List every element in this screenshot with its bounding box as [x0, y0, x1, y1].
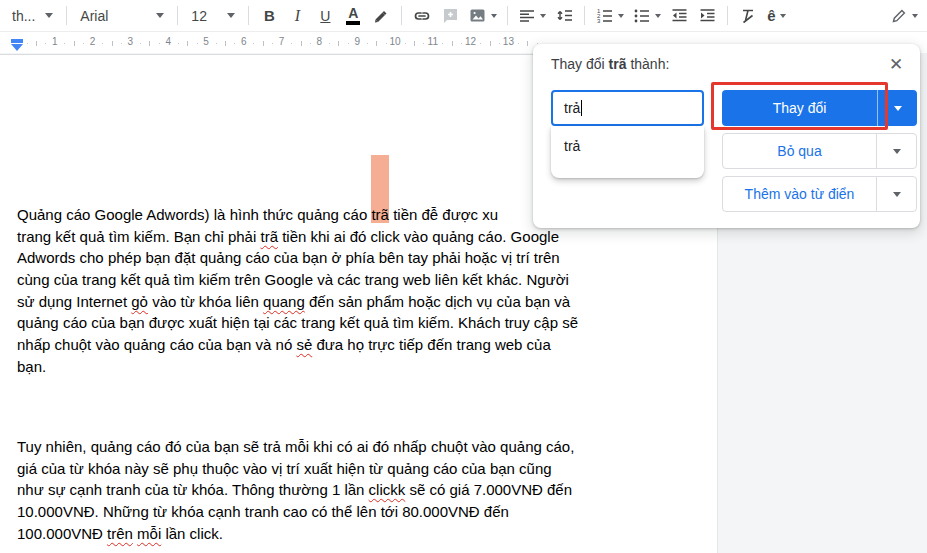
dialog-title: Thay đổi trã thành:: [551, 56, 669, 72]
highlight-color-button[interactable]: [368, 3, 394, 29]
ruler-number: 9: [354, 36, 360, 47]
replacement-input-value: trả: [564, 100, 580, 116]
text-run: vào từ khóa liên: [148, 293, 263, 310]
editing-mode-button[interactable]: [887, 3, 921, 29]
change-button-group: Thay đổi: [722, 90, 917, 126]
chevron-down-icon: [780, 14, 786, 18]
text-run: như sự cạnh tranh của từ khóa. Thông thư…: [17, 481, 369, 498]
comment-plus-icon: [441, 6, 460, 25]
increase-indent-button[interactable]: [694, 3, 720, 29]
divider: [727, 6, 728, 25]
line-spacing-button[interactable]: [551, 3, 577, 29]
document-line[interactable]: 10.000VNĐ. Những từ khóa cạnh tranh cao …: [17, 501, 574, 523]
chevron-down-icon: [156, 13, 164, 18]
document-line[interactable]: cùng của trang kết quả tìm kiếm trên Goo…: [17, 269, 578, 291]
document-line[interactable]: sử dụng Internet gỏ vào từ khóa liên qua…: [17, 291, 578, 313]
chevron-down-icon: [655, 14, 661, 18]
first-line-indent-marker[interactable]: [11, 39, 23, 43]
ruler-dot: [461, 43, 462, 44]
align-button[interactable]: [515, 3, 549, 29]
indent-marker[interactable]: [11, 39, 23, 51]
ruler-number: 12: [465, 36, 476, 47]
skip-dropdown-button[interactable]: [877, 134, 916, 168]
ruler-dot: [518, 43, 519, 44]
input-tools-button[interactable]: ê: [763, 3, 789, 29]
dialog-title-suffix: thành:: [627, 56, 670, 72]
clear-formatting-button[interactable]: [735, 3, 761, 29]
ruler-dot: [499, 43, 500, 44]
document-line[interactable]: 100.000VNĐ trên mỗi lần click.: [17, 523, 574, 545]
text-run: cùng của trang kết quả tìm kiếm trên Goo…: [17, 271, 569, 288]
ruler-dot: [329, 43, 330, 44]
document-line[interactable]: như sự cạnh tranh của từ khóa. Thông thư…: [17, 479, 574, 501]
divider: [177, 6, 178, 25]
image-icon: [468, 6, 487, 25]
ruler-number: 13: [503, 36, 514, 47]
change-button[interactable]: Thay đổi: [722, 90, 878, 126]
font-dropdown[interactable]: Arial: [74, 3, 170, 29]
ruler-dot: [253, 43, 254, 44]
ruler-dot: [121, 43, 122, 44]
decrease-indent-button[interactable]: [666, 3, 692, 29]
chevron-down-icon: [893, 149, 901, 154]
skip-button[interactable]: Bỏ qua: [723, 134, 877, 168]
font-dropdown-value: Arial: [80, 8, 108, 24]
input-tools-icon: ê: [767, 7, 775, 24]
add-comment-button[interactable]: [437, 3, 463, 29]
ruler-number: 2: [90, 36, 96, 47]
text-run: đến sản phẩm hoặc dịch vụ của bạn và: [305, 293, 570, 310]
left-indent-marker[interactable]: [11, 44, 23, 51]
ruler-dot: [159, 43, 160, 44]
document-line[interactable]: Adwords cho phép bạn đặt quảng cáo của b…: [17, 247, 578, 269]
clear-formatting-icon: [739, 6, 758, 25]
misspelled-word: gỏ: [131, 293, 148, 310]
outdent-icon: [670, 6, 689, 25]
bold-icon: B: [264, 7, 275, 24]
paragraph-2[interactable]: Tuy nhiên, quảng cáo đó của bạn sẽ trả m…: [17, 436, 574, 544]
divider: [584, 6, 585, 25]
font-size-dropdown[interactable]: 12: [185, 3, 241, 29]
chevron-down-icon: [227, 13, 235, 18]
toolbar: th... Arial 12 B I U A: [0, 0, 927, 31]
replacement-input[interactable]: trả: [551, 90, 704, 126]
divider: [401, 6, 402, 25]
ruler-number: 4: [165, 36, 171, 47]
add-to-dictionary-dropdown-button[interactable]: [877, 177, 916, 211]
document-line[interactable]: bạn.: [17, 356, 578, 378]
underline-button[interactable]: U: [312, 3, 338, 29]
add-to-dictionary-button[interactable]: Thêm vào từ điển: [723, 177, 877, 211]
document-line[interactable]: trang kết quả tìm kiếm. Bạn chỉ phải trã…: [17, 226, 578, 248]
close-icon[interactable]: ✕: [884, 52, 908, 76]
ruler-dot: [367, 43, 368, 44]
document-line[interactable]: quảng cáo của bạn được xuất hiện tại các…: [17, 312, 578, 334]
spellcheck-dialog: Thay đổi trã thành: ✕ trả Thay đổi Bỏ qu…: [533, 44, 920, 228]
paragraph-1[interactable]: Quảng cáo Google Adwords) là hình thức q…: [17, 204, 578, 378]
text-color-button[interactable]: A: [340, 3, 366, 29]
ruler-number: 1: [52, 36, 58, 47]
style-dropdown[interactable]: th...: [6, 3, 59, 29]
ruler-tick: [112, 41, 113, 46]
document-line[interactable]: Quảng cáo Google Adwords) là hình thức q…: [17, 204, 578, 226]
chevron-down-icon: [540, 14, 546, 18]
document-line[interactable]: giá của từ khóa này sẽ phụ thuộc vào vị …: [17, 458, 574, 480]
ruler-dot: [102, 43, 103, 44]
italic-button[interactable]: I: [284, 3, 310, 29]
bulleted-list-button[interactable]: [629, 3, 664, 29]
underline-icon: U: [320, 8, 330, 24]
ruler-number: 6: [241, 36, 247, 47]
suggestion-item[interactable]: trả: [551, 126, 704, 166]
change-dropdown-button[interactable]: [878, 90, 917, 126]
insert-link-button[interactable]: [409, 3, 435, 29]
document-line[interactable]: Tuy nhiên, quảng cáo đó của bạn sẽ trả m…: [17, 436, 574, 458]
ruler-tick: [301, 41, 302, 46]
ruler-tick: [36, 41, 37, 46]
ruler-dot: [310, 43, 311, 44]
bold-button[interactable]: B: [256, 3, 282, 29]
divider: [248, 6, 249, 25]
document-line[interactable]: nhấp chuột vào quảng cáo của bạn và nó s…: [17, 334, 578, 356]
ruler-tick: [225, 41, 226, 46]
numbered-list-button[interactable]: 1 2 3: [592, 3, 627, 29]
insert-image-button[interactable]: [465, 3, 500, 29]
ruler-dot: [197, 43, 198, 44]
text-run: sử dụng Internet: [17, 293, 131, 310]
